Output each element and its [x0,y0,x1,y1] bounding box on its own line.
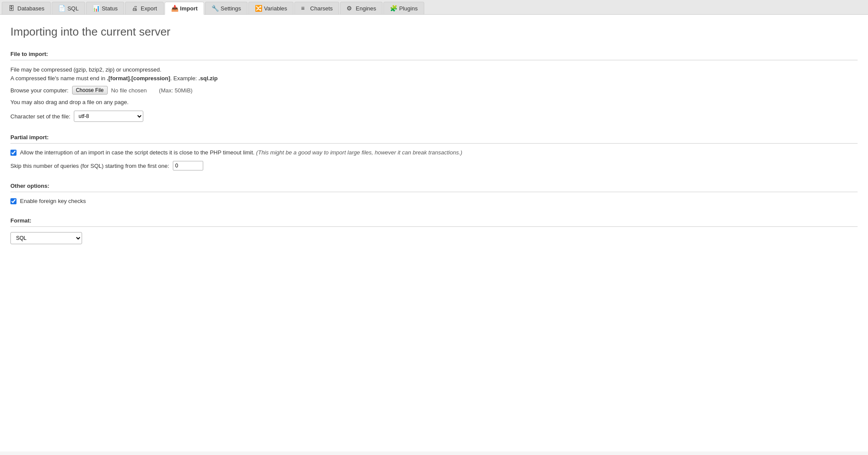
import-icon: 📥 [171,5,178,12]
nav-tab-engines-label: Engines [356,5,376,12]
other-options-section: Other options: Enable foreign key checks [10,183,858,205]
foreign-key-row: Enable foreign key checks [10,197,858,205]
file-to-import-header: File to import: [10,51,858,60]
status-icon: 📊 [92,5,99,12]
foreign-key-checkbox[interactable] [10,198,17,204]
nav-tab-status-label: Status [102,5,118,12]
nav-tab-import-label: Import [180,5,198,12]
nav-tab-sql-label: SQL [67,5,79,12]
choose-file-button[interactable]: Choose File [72,86,108,95]
nav-tab-export-label: Export [141,5,157,12]
other-options-header: Other options: [10,183,858,192]
info-mid: . Example: [170,75,198,82]
nav-tab-import[interactable]: 📥Import [165,2,204,15]
nav-tab-sql[interactable]: 📄SQL [52,2,85,14]
allow-interruption-note: (This might be a good way to import larg… [256,149,462,156]
nav-tab-variables-label: Variables [264,5,287,12]
charset-label: Character set of the file: [10,113,70,120]
charset-row: Character set of the file: utf-8utf-16la… [10,111,858,122]
sql-icon: 📄 [58,5,65,12]
databases-icon: 🗄 [8,5,15,12]
allow-interruption-checkbox[interactable] [10,150,17,156]
engines-icon: ⚙ [347,5,353,12]
page-title: Importing into the current server [10,25,858,39]
format-select[interactable]: SQLCSVCSV using LOAD DATAODSOpenDocument… [10,232,82,244]
format-header: Format: [10,217,858,227]
export-icon: 🖨 [132,5,139,12]
plugins-icon: 🧩 [390,5,397,12]
nav-tab-databases-label: Databases [17,5,44,12]
nav-bar: 🗄Databases📄SQL📊Status🖨Export📥Import🔧Sett… [0,0,868,15]
file-to-import-section: File to import: File may be compressed (… [10,51,858,122]
no-file-text: No file chosen [111,87,147,94]
partial-import-header: Partial import: [10,134,858,144]
skip-queries-input[interactable] [173,161,203,170]
file-info-text: File may be compressed (gzip, bzip2, zip… [10,65,858,82]
partial-import-section: Partial import: Allow the interruption o… [10,134,858,170]
allow-interruption-row: Allow the interruption of an import in c… [10,149,858,157]
nav-tab-engines[interactable]: ⚙Engines [340,2,383,14]
nav-tab-variables[interactable]: 🔀Variables [248,2,294,14]
nav-tab-plugins-label: Plugins [399,5,418,12]
drag-drop-text: You may also drag and drop a file on any… [10,99,858,105]
nav-tab-charsets-label: Charsets [310,5,333,12]
skip-queries-row: Skip this number of queries (for SQL) st… [10,161,858,170]
charsets-icon: ≡ [301,5,308,12]
allow-interruption-label: Allow the interruption of an import in c… [20,149,462,157]
nav-tab-plugins[interactable]: 🧩Plugins [383,2,424,14]
max-size-text: (Max: 50MiB) [159,87,192,94]
skip-queries-label: Skip this number of queries (for SQL) st… [10,163,169,169]
nav-tab-status[interactable]: 📊Status [86,2,124,14]
variables-icon: 🔀 [255,5,262,12]
settings-icon: 🔧 [211,5,218,12]
info-line2-prefix: A compressed file's name must end in [10,75,107,82]
charset-select[interactable]: utf-8utf-16latin1asciicp1250cp1251cp1252 [74,111,143,122]
browse-row: Browse your computer: Choose File No fil… [10,86,858,95]
info-line1: File may be compressed (gzip, bzip2, zip… [10,66,162,73]
browse-label: Browse your computer: [10,87,69,94]
info-example: .sql.zip [198,75,218,82]
main-content: Importing into the current server File t… [0,15,868,452]
nav-tab-export[interactable]: 🖨Export [125,2,164,14]
nav-tab-settings-label: Settings [221,5,241,12]
foreign-key-label: Enable foreign key checks [20,197,86,205]
nav-tab-charsets[interactable]: ≡Charsets [294,2,339,14]
info-format: .[format].[compression] [107,75,170,82]
nav-tab-databases[interactable]: 🗄Databases [2,2,51,14]
nav-tab-settings[interactable]: 🔧Settings [205,2,248,14]
format-section: Format: SQLCSVCSV using LOAD DATAODSOpen… [10,217,858,244]
